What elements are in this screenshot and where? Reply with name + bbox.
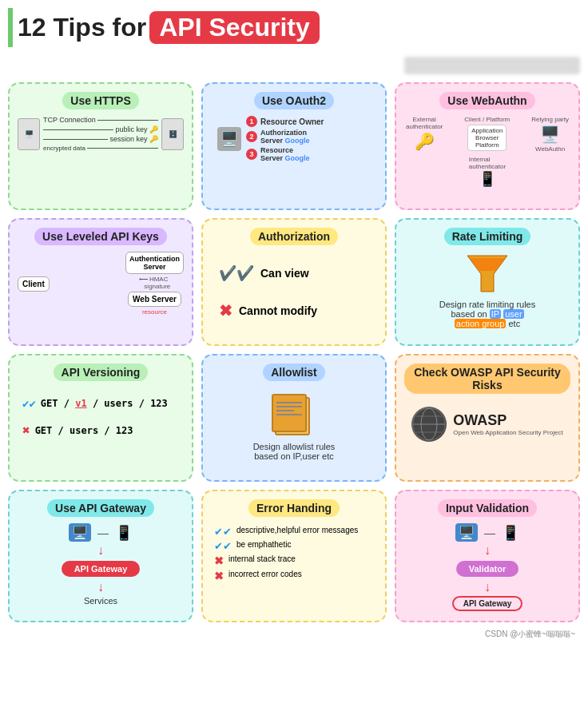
rate-action-highlight: action group [455, 319, 507, 328]
https-client-icon: 🖥️ [18, 118, 40, 150]
client-node: Client [18, 276, 50, 292]
oauth-step-1: 1 Resource Owner [246, 116, 324, 127]
rate-ip-highlight: IP [490, 309, 501, 319]
card-oauth2: Use OAuth2 🖥️ 1 Resource Owner 2 Authori… [201, 82, 387, 210]
page-title-highlight: API Security [149, 11, 320, 44]
middle-nodes: AuthenticationServer ⟵ HMAC signature We… [125, 252, 184, 316]
owasp-label: OWASP [453, 412, 562, 429]
card-inputvalidation: Input Validation 🖥️ — 📱 ↓ Validator ↓ AP… [395, 490, 580, 622]
owasp-globe-icon [411, 407, 447, 442]
card-versioning: API Versioning ✔️✔️ GET / v1 / users / 1… [8, 354, 193, 482]
gateway-box-label: API Gateway [62, 561, 141, 577]
auth-can-view-label: Can view [260, 267, 309, 280]
crossmark-icon: ✖ [219, 301, 232, 320]
card-inputvalidation-title: Input Validation [438, 499, 537, 517]
tips-grid: Use HTTPS 🖥️ TCP Connection public key 🔑 [8, 82, 580, 622]
validator-arrow-1: ↓ [484, 543, 491, 558]
checkmark-icon: ✔️✔️ [219, 264, 254, 282]
card-https-title: Use HTTPS [62, 92, 138, 109]
card-owasp-title: Check OWASP API Security Risks [404, 364, 570, 394]
card-allowlist-title: Allowlist [263, 364, 325, 381]
https-server-icon: 🗄️ [161, 118, 184, 150]
validator-diagram: 🖥️ — 📱 ↓ Validator ↓ API Gateway [404, 523, 570, 611]
card-errorhandling: Error Handing ✔✔ descriptive,helpful err… [201, 490, 387, 622]
owasp-sublabel: Open Web Application Security Project [453, 429, 562, 436]
card-https: Use HTTPS 🖥️ TCP Connection public key 🔑 [8, 82, 193, 210]
card-oauth2-title: Use OAuth2 [254, 92, 334, 109]
error-item-1: ✔✔ descriptive,helpful error messages [214, 526, 377, 538]
auth-cannot-modify: ✖ Cannot modify [219, 301, 377, 320]
card-gateway: Use API Gateway 🖥️ — 📱 ↓ API Gateway ↓ S… [8, 490, 193, 622]
card-authorization: Authorization ✔️✔️ Can view ✖ Cannot mod… [201, 218, 387, 346]
gateway-arrow-down2: ↓ [97, 580, 104, 594]
gateway-services-label: Services [84, 596, 117, 606]
card-errorhandling-title: Error Handing [248, 499, 340, 517]
gateway-arrow-down: ↓ [97, 543, 104, 558]
gateway-diagram: 🖥️ — 📱 ↓ API Gateway ↓ Services [18, 523, 184, 606]
auth-cannot-modify-label: Cannot modify [239, 304, 317, 317]
owasp-logo-container: OWASP Open Web Application Security Proj… [411, 407, 562, 442]
page-title-prefix: 12 Tips for [18, 13, 146, 42]
error-label-1: descriptive,helpful error messages [236, 526, 358, 534]
version-correct: ✔️✔️ GET / v1 / users / 123 [22, 397, 184, 410]
card-ratelimiting: Rate Limiting Design rate limiting rules… [395, 218, 580, 346]
error-label-2: be emphathetic [236, 540, 291, 549]
oauth2-diagram: 🖥️ 1 Resource Owner 2 AuthorizationServe… [211, 116, 377, 162]
gateway-devices: 🖥️ — 📱 [69, 523, 133, 542]
validator-gateway-label: API Gateway [452, 596, 523, 611]
rate-user-highlight: user [503, 309, 523, 319]
card-versioning-title: API Versioning [54, 364, 149, 381]
error-item-2: ✔✔ be emphathetic [214, 540, 377, 552]
card-allowlist: Allowlist Design allowlist rulesbased on… [201, 354, 387, 482]
validator-arrow-2: ↓ [484, 580, 491, 594]
card-apikeys: Use Leveled API Keys Client Authenticati… [8, 218, 193, 346]
rate-limit-description: Design rate limiting rulesbased on IP us… [439, 300, 535, 328]
auth-can-view: ✔️✔️ Can view [219, 264, 377, 282]
error-label-4: incorrect error codes [228, 570, 302, 578]
svg-marker-1 [470, 258, 505, 271]
card-webauthn-title: Use WebAuthn [439, 92, 534, 109]
validator-box-label: Validator [456, 561, 518, 577]
card-webauthn: Use WebAuthn Externalauthenticator 🔑 Cli… [395, 82, 580, 210]
watermark: CSDN @小蜜蜂~嗡嗡嗡~ [8, 629, 580, 640]
funnel-icon [463, 252, 511, 296]
card-ratelimiting-title: Rate Limiting [444, 228, 531, 245]
allowlist-description: Design allowlist rulesbased on IP,user e… [253, 442, 336, 461]
validator-devices: 🖥️ — 📱 [455, 523, 519, 542]
allowlist-icon [270, 392, 318, 437]
error-item-4: ✖ incorrect error codes [214, 570, 377, 582]
card-gateway-title: Use API Gateway [47, 499, 154, 517]
apikeys-diagram: Client AuthenticationServer ⟵ HMAC signa… [18, 252, 184, 316]
https-diagram: 🖥️ TCP Connection public key 🔑 session k… [18, 116, 184, 152]
oauth-step-2: 2 AuthorizationServer Google [246, 129, 324, 145]
card-apikeys-title: Use Leveled API Keys [34, 228, 167, 245]
card-owasp: Check OWASP API Security Risks OWASP Ope… [395, 354, 580, 482]
card-authorization-title: Authorization [250, 228, 338, 245]
oauth-step-3: 3 ResourceServer Google [246, 146, 324, 162]
version-wrong: ✖ GET / users / 123 [22, 423, 184, 438]
error-label-3: internal stack trace [228, 554, 296, 563]
error-item-3: ✖ internal stack trace [214, 554, 377, 567]
